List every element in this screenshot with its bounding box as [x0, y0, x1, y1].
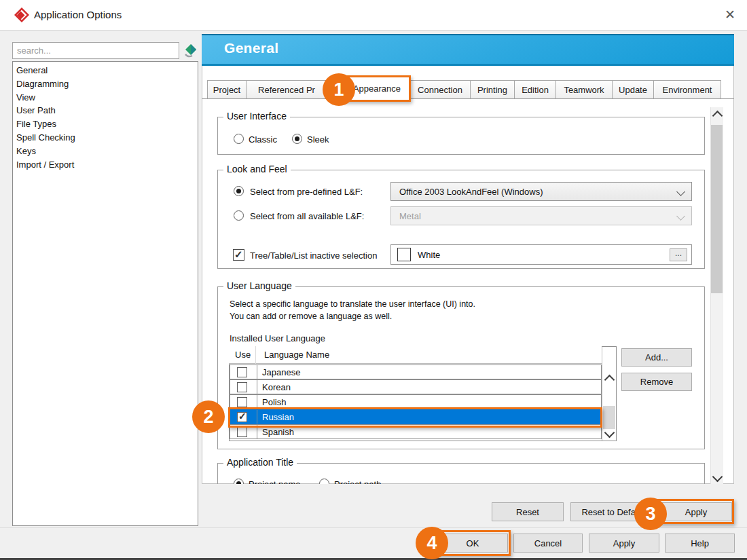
sidebar-item-general[interactable]: General	[13, 64, 198, 77]
help-button[interactable]: Help	[665, 534, 735, 553]
color-swatch-white	[397, 248, 411, 261]
options-category-list: General Diagramming View User Path File …	[12, 61, 198, 526]
application-title-legend: Application Title	[223, 457, 297, 468]
search-input[interactable]	[13, 43, 187, 58]
user-language-desc-1: Select a specific language to translate …	[230, 299, 475, 309]
window-title: Application Options	[34, 9, 122, 20]
user-language-desc-2: You can add or remove a language as well…	[230, 312, 392, 321]
annotation-rect-russian	[228, 407, 602, 428]
project-name-radio[interactable]	[234, 479, 244, 484]
annotation-rect-apply	[657, 499, 734, 524]
sidebar-item-import-export[interactable]: Import / Export	[13, 158, 198, 172]
user-interface-legend: User Interface	[223, 111, 290, 122]
use-checkbox[interactable]	[237, 367, 247, 377]
language-table-header: Use Language Name	[229, 346, 602, 364]
sidebar-item-view[interactable]: View	[13, 91, 198, 105]
content-scrollbar-thumb[interactable]	[711, 125, 723, 293]
tab-project[interactable]: Project	[207, 80, 247, 99]
classic-label: Classic	[249, 134, 277, 145]
cancel-button[interactable]: Cancel	[513, 534, 583, 553]
column-use: Use	[235, 350, 251, 360]
user-interface-section: User Interface	[217, 117, 705, 155]
tab-update[interactable]: Update	[612, 80, 654, 99]
sidebar-item-user-path[interactable]: User Path	[13, 104, 198, 117]
classic-radio[interactable]	[234, 134, 244, 144]
search-filter-icon[interactable]	[182, 43, 198, 59]
sidebar-item-file-types[interactable]: File Types	[13, 117, 198, 131]
installed-language-label: Installed User Language	[230, 333, 325, 343]
predefined-lf-value: Office 2003 LookAndFeel (Windows)	[399, 187, 543, 197]
title-bar: Application Options ✕	[0, 0, 747, 31]
tab-connection[interactable]: Connection	[409, 80, 471, 99]
annotation-badge-4: 4	[416, 527, 448, 559]
language-row-korean[interactable]: Korean	[230, 379, 602, 394]
app-logo-icon	[14, 7, 30, 23]
apply-button[interactable]: Apply	[589, 534, 659, 553]
tab-referenced-project[interactable]: Referenced Pr	[246, 80, 327, 99]
project-path-radio[interactable]	[319, 479, 329, 484]
color-picker-more-button[interactable]: ...	[670, 248, 687, 261]
tab-teamwork[interactable]: Teamwork	[555, 80, 613, 99]
page-title: General	[224, 40, 278, 56]
available-lf-value: Metal	[399, 211, 421, 221]
predefined-lf-label: Select from pre-defined L&F:	[250, 187, 363, 197]
tab-printing[interactable]: Printing	[470, 80, 515, 99]
available-lf-radio[interactable]	[234, 210, 244, 221]
sidebar-item-diagramming[interactable]: Diagramming	[13, 77, 198, 91]
annotation-badge-1: 1	[323, 73, 355, 106]
available-lf-label: Select from all available L&F:	[250, 211, 364, 221]
inactive-selection-label: Tree/Table/List inactive selection	[250, 250, 377, 261]
predefined-lf-radio[interactable]	[234, 186, 244, 196]
tab-edition[interactable]: Edition	[514, 80, 556, 99]
tab-environment[interactable]: Environment	[653, 80, 721, 99]
user-language-legend: User Language	[223, 280, 295, 291]
project-name-label: Project name	[249, 479, 301, 484]
sidebar-item-spell-checking[interactable]: Spell Checking	[13, 131, 198, 145]
remove-language-button[interactable]: Remove	[621, 373, 692, 391]
reset-button[interactable]: Reset	[492, 502, 564, 521]
use-checkbox[interactable]	[237, 427, 247, 437]
column-language-name: Language Name	[264, 350, 329, 360]
bottom-divider	[0, 527, 747, 528]
sleek-radio[interactable]	[292, 134, 302, 144]
available-lf-select: Metal	[390, 206, 692, 225]
inactive-selection-checkbox[interactable]	[233, 249, 244, 261]
close-icon[interactable]: ✕	[720, 5, 740, 24]
annotation-badge-3: 3	[634, 498, 667, 530]
search-box	[12, 42, 179, 59]
application-options-dialog: Application Options ✕ General Diagrammin…	[0, 0, 747, 560]
project-path-label: Project path	[334, 479, 381, 484]
color-name-label: White	[418, 250, 440, 260]
add-language-button[interactable]: Add...	[621, 348, 692, 367]
use-checkbox[interactable]	[237, 397, 247, 407]
application-title-clip: Application Title Project name Project p…	[216, 455, 706, 484]
predefined-lf-select[interactable]: Office 2003 LookAndFeel (Windows)	[390, 182, 692, 201]
tab-baseline	[202, 98, 734, 99]
annotation-badge-2: 2	[192, 400, 225, 433]
language-row-japanese[interactable]: Japanese	[230, 365, 602, 379]
sidebar-item-keys[interactable]: Keys	[13, 145, 198, 158]
page-header-banner	[202, 34, 734, 66]
scrollbar-thumb[interactable]	[603, 406, 615, 429]
use-checkbox[interactable]	[237, 382, 247, 392]
look-and-feel-legend: Look and Feel	[223, 164, 291, 174]
sleek-label: Sleek	[307, 134, 329, 145]
